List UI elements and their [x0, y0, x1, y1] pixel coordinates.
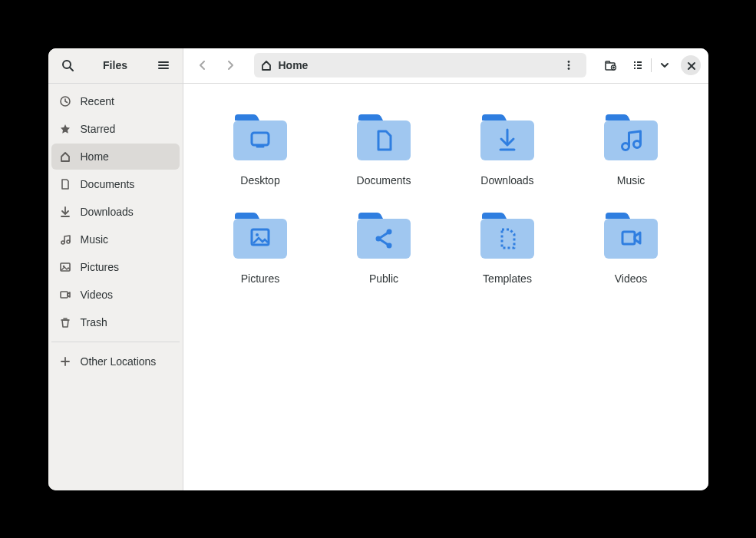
back-button[interactable] — [191, 54, 214, 77]
close-button[interactable] — [681, 55, 701, 75]
app-title: Files — [103, 59, 127, 71]
sidebar-item-videos[interactable]: Videos — [51, 282, 180, 308]
folder-item-music[interactable]: Music — [569, 107, 693, 186]
folder-icon — [230, 107, 290, 167]
folder-item-desktop[interactable]: Desktop — [199, 107, 322, 186]
new-folder-button[interactable] — [599, 54, 622, 77]
pathbar-location: Home — [279, 59, 309, 71]
sidebar-item-documents[interactable]: Documents — [51, 171, 180, 197]
folder-label: Pictures — [241, 272, 280, 285]
pathbar[interactable]: Home — [254, 53, 586, 78]
sidebar-item-home[interactable]: Home — [51, 144, 180, 170]
clock-icon — [59, 95, 71, 107]
home-icon — [59, 150, 71, 163]
sidebar-item-pictures[interactable]: Pictures — [51, 254, 180, 280]
folder-label: Public — [369, 272, 398, 285]
sidebar-item-starred[interactable]: Starred — [51, 116, 180, 142]
view-switcher — [626, 54, 676, 77]
folder-item-public[interactable]: Public — [322, 205, 446, 285]
chevron-right-icon — [224, 59, 236, 71]
picture-icon — [59, 261, 71, 273]
hamburger-icon — [157, 59, 170, 71]
folder-label: Downloads — [480, 174, 533, 186]
sidebar-item-label: Videos — [81, 289, 114, 301]
folder-icon — [601, 107, 661, 167]
view-options-button[interactable] — [653, 54, 676, 77]
sidebar-item-label: Other Locations — [81, 355, 157, 368]
sidebar-item-label: Starred — [81, 123, 116, 135]
music-icon — [59, 233, 71, 246]
folder-label: Desktop — [240, 174, 279, 186]
pathbar-menu-button[interactable] — [557, 54, 580, 77]
folder-label: Music — [617, 174, 645, 186]
sidebar-item-trash[interactable]: Trash — [51, 309, 180, 335]
headerbar-main: Home — [183, 48, 708, 83]
sidebar-item-label: Home — [81, 150, 109, 163]
sidebar-item-music[interactable]: Music — [51, 226, 180, 252]
download-icon — [59, 206, 71, 218]
list-icon — [632, 59, 644, 71]
divider — [651, 58, 652, 72]
sidebar-item-label: Trash — [81, 316, 107, 328]
chevron-down-icon — [659, 59, 671, 71]
folder-label: Templates — [483, 272, 532, 285]
sidebar-item-label: Music — [81, 233, 109, 246]
sidebar-item-label: Recent — [81, 95, 114, 107]
video-icon — [59, 289, 71, 301]
sidebar-item-label: Pictures — [81, 261, 120, 273]
headerbar: Files Home — [48, 48, 708, 84]
folder-item-documents[interactable]: Documents — [322, 107, 446, 186]
folder-grid[interactable]: Desktop Documents Downloads Music Pictur… — [183, 84, 708, 490]
folder-item-pictures[interactable]: Pictures — [199, 205, 322, 285]
kebab-icon — [563, 59, 575, 71]
folder-icon — [477, 107, 537, 167]
chevron-left-icon — [196, 59, 209, 71]
forward-button[interactable] — [219, 54, 242, 77]
sidebar-separator — [51, 342, 180, 342]
star-icon — [59, 123, 71, 135]
new-folder-icon — [604, 59, 616, 71]
svg-point-40 — [256, 233, 259, 236]
sidebar-item-recent[interactable]: Recent — [51, 88, 180, 114]
search-button[interactable] — [56, 54, 79, 77]
folder-label: Videos — [615, 272, 648, 285]
folder-icon — [601, 205, 661, 265]
plus-icon — [59, 355, 71, 368]
folder-item-templates[interactable]: Templates — [446, 205, 569, 285]
headerbar-sidebar: Files — [48, 48, 183, 83]
file-manager-window: Files Home — [48, 48, 708, 490]
folder-icon — [354, 107, 414, 167]
sidebar-item-label: Documents — [81, 178, 135, 190]
folder-icon — [354, 205, 414, 265]
sidebar-item-label: Downloads — [81, 206, 134, 218]
trash-icon — [59, 316, 71, 328]
folder-icon — [477, 205, 537, 265]
sidebar: Recent Starred Home Documents Downloads … — [48, 84, 183, 490]
folder-icon — [230, 205, 290, 265]
folder-item-downloads[interactable]: Downloads — [446, 107, 569, 186]
search-icon — [61, 59, 74, 71]
close-icon — [685, 60, 696, 71]
home-icon — [260, 59, 272, 71]
folder-label: Documents — [357, 174, 411, 186]
sidebar-item-downloads[interactable]: Downloads — [51, 199, 180, 225]
folder-item-videos[interactable]: Videos — [569, 205, 693, 285]
body: Recent Starred Home Documents Downloads … — [48, 84, 708, 490]
sidebar-menu-button[interactable] — [152, 54, 175, 77]
list-view-button[interactable] — [626, 54, 649, 77]
document-icon — [59, 178, 71, 190]
sidebar-item-other-locations[interactable]: Other Locations — [51, 348, 180, 375]
